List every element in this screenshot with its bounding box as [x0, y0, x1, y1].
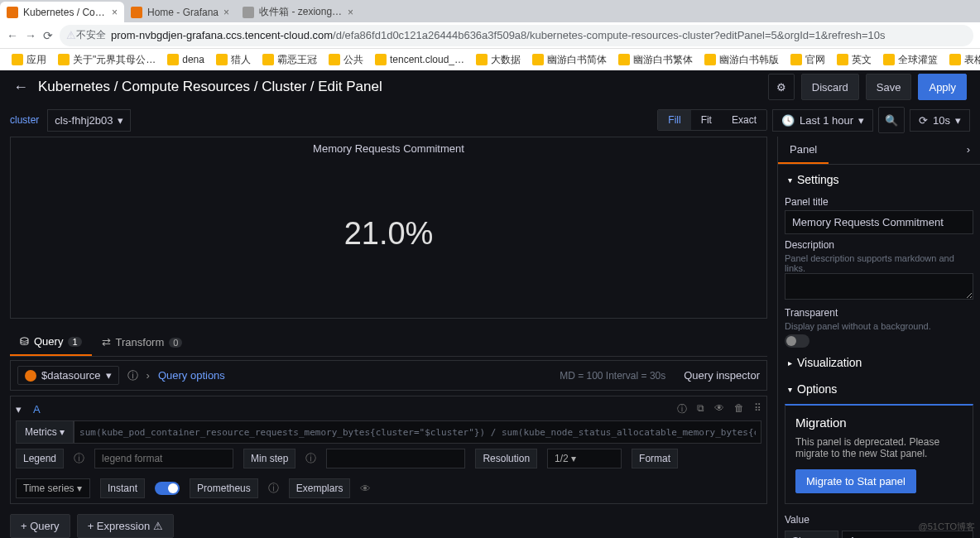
bookmark-item[interactable]: tencent.cloud_… [370, 52, 469, 67]
eye-icon[interactable]: 👁 [360, 483, 371, 495]
transparent-toggle[interactable] [785, 334, 809, 348]
exact-button[interactable]: Exact [722, 110, 766, 130]
query-row-head: ▾ A ⓘ ⧉ 👁 🗑 ⠿ [16, 401, 761, 417]
description-sub: Panel description supports markdown and … [785, 253, 973, 273]
url-box[interactable]: ⚠ 不安全 prom-nvbgdjen-grafana.ccs.tencent-… [60, 25, 973, 46]
close-icon[interactable]: × [348, 7, 353, 18]
section-label: Settings [797, 173, 839, 186]
fit-button[interactable]: Fit [691, 110, 722, 130]
metrics-button[interactable]: Metrics ▾ [16, 420, 74, 444]
tab-transform[interactable]: ⇄Transform0 [92, 329, 193, 356]
panel-preview: Memory Requests Commitment 21.0% [10, 137, 767, 319]
folder-icon [12, 54, 23, 65]
variable-select[interactable]: cls-fhhj2b03▾ [47, 109, 131, 132]
bookmark-item[interactable]: 应用 [7, 51, 51, 69]
gear-icon[interactable]: ⚙ [768, 74, 795, 100]
back-arrow-icon[interactable]: ← [13, 79, 28, 96]
insecure-label: 不安全 [76, 28, 106, 42]
tab-strip: Kubernetes / Compute Resou…× Home - Graf… [0, 0, 980, 22]
zoom-out-icon[interactable]: 🔍 [878, 107, 905, 133]
resolution-select[interactable]: 1/2 ▾ [547, 449, 622, 468]
refresh-picker[interactable]: ⟳10s▾ [910, 109, 970, 132]
tab-query[interactable]: ⛁Query1 [10, 329, 92, 356]
save-button[interactable]: Save [866, 74, 912, 100]
instant-label: Instant [100, 478, 145, 498]
info-icon[interactable]: ⓘ [677, 402, 687, 416]
bookmark-item[interactable]: 表格 [944, 51, 980, 69]
eye-icon[interactable]: 👁 [714, 402, 724, 416]
bookmark-label: 官网 [805, 53, 825, 67]
info-icon[interactable]: ⓘ [305, 451, 316, 466]
chevron-right-icon: ▸ [788, 358, 792, 367]
format-select[interactable]: Time series ▾ [16, 478, 90, 498]
variable-label: cluster [10, 114, 39, 126]
instant-toggle[interactable] [155, 482, 180, 495]
bookmark-label: 猎人 [231, 53, 251, 67]
trash-icon[interactable]: 🗑 [734, 402, 744, 416]
bookmark-item[interactable]: 英文 [832, 51, 877, 69]
bookmark-item[interactable]: 幽游白书繁体 [613, 51, 698, 69]
bookmark-item[interactable]: 全球灌篮 [878, 51, 943, 69]
side-tabs: Panel › [778, 137, 980, 165]
time-picker[interactable]: 🕓Last 1 hour▾ [772, 109, 873, 132]
info-icon[interactable]: ⓘ [268, 481, 279, 496]
discard-button[interactable]: Discard [801, 74, 859, 100]
bookmark-item[interactable]: 霸恶王冠 [257, 51, 322, 69]
bookmark-label: dena [182, 54, 204, 65]
bookmark-item[interactable]: 幽游白书简体 [527, 51, 612, 69]
section-visualization[interactable]: ▸Visualization [785, 348, 973, 374]
add-query-button[interactable]: + Query [10, 514, 70, 538]
expression-input[interactable] [74, 420, 761, 444]
chevron-right-icon[interactable]: › [147, 369, 150, 382]
database-icon: ⛁ [20, 335, 29, 348]
fill-button[interactable]: Fill [658, 110, 690, 130]
minstep-input[interactable] [326, 449, 465, 468]
bookmark-item[interactable]: 大数据 [471, 51, 526, 69]
show-label: Show [785, 531, 838, 538]
prometheus-label: Prometheus [190, 478, 258, 498]
query-inspector-button[interactable]: Query inspector [684, 369, 760, 382]
back-icon[interactable]: ← [7, 29, 18, 42]
bookmark-item[interactable]: 官网 [785, 51, 830, 69]
close-icon[interactable]: × [112, 7, 118, 18]
panel-title-input[interactable] [785, 210, 973, 234]
expand-icon[interactable]: › [957, 137, 980, 164]
copy-icon[interactable]: ⧉ [697, 402, 704, 416]
bookmark-label: 关于"元界其母公… [73, 53, 156, 67]
apply-button[interactable]: Apply [918, 74, 967, 100]
bookmark-item[interactable]: 猎人 [211, 51, 256, 69]
bookmark-label: 公共 [343, 53, 363, 67]
datasource-select[interactable]: $datasource▾ [17, 366, 119, 385]
section-label: Visualization [797, 356, 862, 369]
chevron-down-icon[interactable]: ▾ [16, 403, 22, 416]
close-icon[interactable]: × [223, 7, 229, 18]
browser-tab[interactable]: Kubernetes / Compute Resou…× [0, 2, 124, 22]
add-expression-button[interactable]: + Expression ⚠ [77, 514, 174, 538]
reload-icon[interactable]: ⟳ [43, 29, 53, 42]
section-options[interactable]: ▾Options [785, 374, 973, 401]
panel-title: Memory Requests Commitment [313, 142, 464, 155]
chevron-down-icon: ▾ [788, 175, 792, 185]
panel-value: 21.0% [344, 216, 434, 252]
info-icon[interactable]: ⓘ [127, 368, 138, 383]
query-options-link[interactable]: Query options [158, 369, 225, 382]
migrate-button[interactable]: Migrate to Stat panel [795, 469, 916, 493]
legend-input[interactable] [94, 449, 233, 468]
drag-icon[interactable]: ⠿ [754, 402, 761, 416]
bookmark-item[interactable]: 关于"元界其母公… [53, 51, 161, 69]
bookmark-item[interactable]: dena [162, 52, 209, 67]
tab-label: Transform [116, 336, 165, 348]
browser-tab[interactable]: 收件箱 - zexiong.li@dena.jp -× [236, 2, 360, 22]
section-settings[interactable]: ▾Settings [785, 165, 973, 191]
info-icon[interactable]: ⓘ [74, 451, 84, 466]
bookmark-item[interactable]: 公共 [324, 51, 368, 69]
tab-panel[interactable]: Panel [778, 137, 829, 164]
folder-icon [476, 54, 488, 65]
query-row: ▾ A ⓘ ⧉ 👁 🗑 ⠿ Metrics ▾ Legendⓘ [10, 396, 767, 504]
bookmark-item[interactable]: 幽游白书韩版 [699, 51, 784, 69]
browser-tab[interactable]: Home - Grafana× [124, 2, 236, 22]
folder-icon [883, 54, 895, 65]
grafana-icon [7, 7, 18, 18]
description-input[interactable] [785, 273, 973, 300]
forward-icon[interactable]: → [25, 29, 36, 42]
